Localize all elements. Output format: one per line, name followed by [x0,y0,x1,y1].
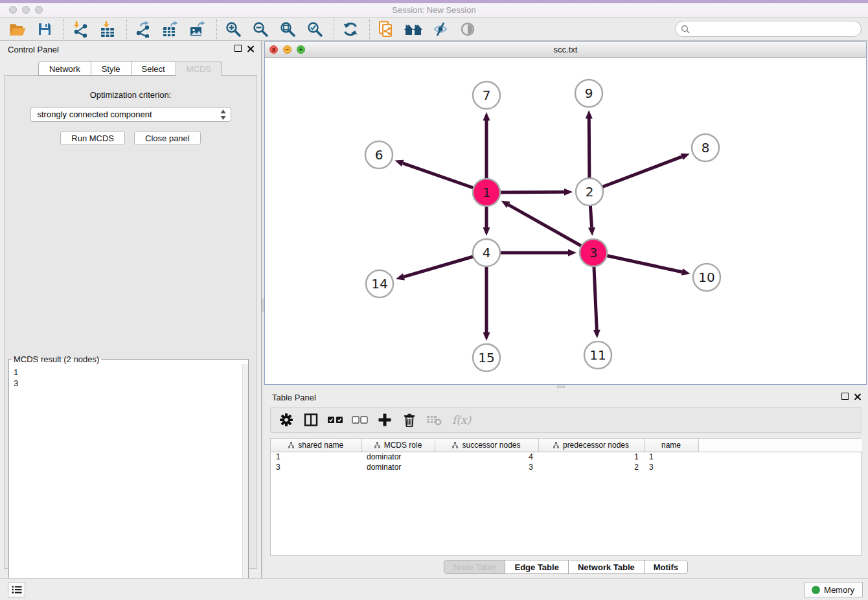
network-canvas[interactable]: 7968124314101511 [265,58,866,384]
graph-node-label: 3 [589,245,598,260]
toolbar-separator [369,19,370,39]
home-icon[interactable] [404,20,423,38]
table-panel: Table Panel [264,389,868,578]
graph-node-label: 1 [483,185,491,200]
network-window-titlebar[interactable]: x − + scc.txt [265,42,866,58]
graph-edge-arrowhead [396,273,405,281]
mcds-result-line: 3 [14,378,242,389]
list-icon [11,584,23,595]
tab-select[interactable]: Select [131,62,176,76]
column-header-predecessor-nodes[interactable]: predecessor nodes [538,439,644,452]
show-columns-icon[interactable] [302,411,320,428]
window-title: Session: New Session [0,5,868,15]
network-view-window: x − + scc.txt 7968124314101511 [264,41,867,385]
import-network-icon[interactable] [71,20,90,38]
column-type-icon [452,442,458,448]
close-panel-icon[interactable] [854,393,862,400]
graph-node-label: 14 [371,276,387,292]
export-network-icon[interactable] [133,20,153,38]
run-mcds-button[interactable]: Run MCDS [60,131,125,145]
graph-edge-arrowhead [483,227,490,236]
graph-node-label: 15 [478,350,494,365]
tab-network-table[interactable]: Network Table [568,560,645,574]
graph-edge-3-1[interactable] [508,205,593,253]
graph-node-label: 7 [483,87,491,103]
apply-layout-icon[interactable] [341,20,360,38]
column-type-icon [553,442,559,448]
close-panel-button[interactable]: Close panel [134,131,201,145]
zoom-fit-icon[interactable] [278,20,297,38]
open-session-icon[interactable] [8,20,27,38]
memory-button[interactable]: Memory [805,582,863,597]
column-header-filler [698,439,862,452]
select-all-columns-icon[interactable] [326,411,345,428]
table-settings-gear-icon[interactable] [277,411,295,428]
mcds-panel-body: Optimization criterion: strongly connect… [4,75,257,569]
hide-details-icon[interactable] [431,20,450,38]
function-builder-icon: f(x) [452,413,471,426]
graph-node-label: 10 [698,270,714,285]
column-header-shared-name[interactable]: shared name [271,439,361,452]
zoom-selected-icon[interactable] [305,20,325,38]
optimization-criterion-select[interactable]: strongly connected component [30,107,231,122]
optimization-criterion-label: Optimization criterion: [5,90,257,100]
graph-node-label: 9 [585,86,593,101]
tab-edge-table[interactable]: Edge Table [505,560,568,574]
graph-edge-arrowhead [586,110,593,119]
float-panel-icon[interactable] [841,393,849,400]
mcds-result-list[interactable]: 1 3 [10,365,242,592]
delete-column-trash-icon[interactable] [400,411,418,428]
graph-edge-2-8[interactable] [589,157,682,192]
splitter-grip[interactable] [557,386,565,388]
mcds-result-group: MCDS result (2 nodes) 1 3 [8,354,249,594]
graph-edge-arrowhead [395,160,404,167]
mcds-result-scrollbar[interactable] [242,364,248,594]
export-image-icon[interactable] [188,20,207,38]
delete-table-icon [425,411,443,428]
table-panel-tabs: Node Table Edge Table Network Table Moti… [264,560,868,574]
zoom-out-icon[interactable] [251,20,270,38]
graph-node-label: 4 [483,245,491,260]
window-top-strip [0,0,868,3]
memory-button-label: Memory [824,585,854,595]
task-history-button[interactable] [8,582,25,597]
graph-node-label: 8 [702,140,710,156]
zoom-in-icon[interactable] [223,20,243,38]
search-icon [681,25,690,34]
column-type-icon [374,442,380,448]
tab-style[interactable]: Style [91,62,131,76]
network-file-icon[interactable] [376,20,396,38]
network-graph[interactable]: 7968124314101511 [265,58,866,384]
show-details-icon[interactable] [458,20,477,38]
close-panel-icon[interactable] [247,45,255,52]
export-table-icon[interactable] [161,20,180,38]
tab-network[interactable]: Network [38,62,91,76]
search-field[interactable] [675,21,862,37]
column-header-mcds-role[interactable]: MCDS role [361,439,435,452]
column-header-successor-nodes[interactable]: successor nodes [435,439,538,452]
import-table-icon[interactable] [98,20,117,38]
search-input[interactable] [693,25,861,34]
network-window-title: scc.txt [265,45,866,54]
titlebar: Session: New Session [0,0,868,17]
graph-edge-arrowhead [483,112,490,121]
save-session-icon[interactable] [35,20,54,38]
tab-motifs[interactable]: Motifs [644,560,688,574]
tab-mcds[interactable]: MCDS [176,62,222,76]
table-row[interactable]: 3 dominator 3 2 3 [271,462,862,472]
graph-node-label: 6 [375,147,383,163]
node-table[interactable]: shared name MCDS role successor nodes pr… [270,438,862,556]
unselect-all-columns-icon[interactable] [351,411,369,428]
create-column-icon[interactable] [376,411,394,428]
control-panel: Control Panel Network Style Select MCDS … [0,41,261,578]
select-stepper-icon [220,109,227,121]
graph-node-label: 11 [589,347,606,363]
table-panel-header: Table Panel [264,389,868,406]
toolbar-separator [126,19,127,39]
column-header-name[interactable]: name [644,439,698,452]
control-panel-title: Control Panel [8,45,59,54]
float-panel-icon[interactable] [234,45,242,52]
mcds-result-title: MCDS result (2 nodes) [12,354,101,364]
tab-node-table[interactable]: Node Table [444,560,506,574]
table-row[interactable]: 1 dominator 4 1 1 [271,452,862,462]
